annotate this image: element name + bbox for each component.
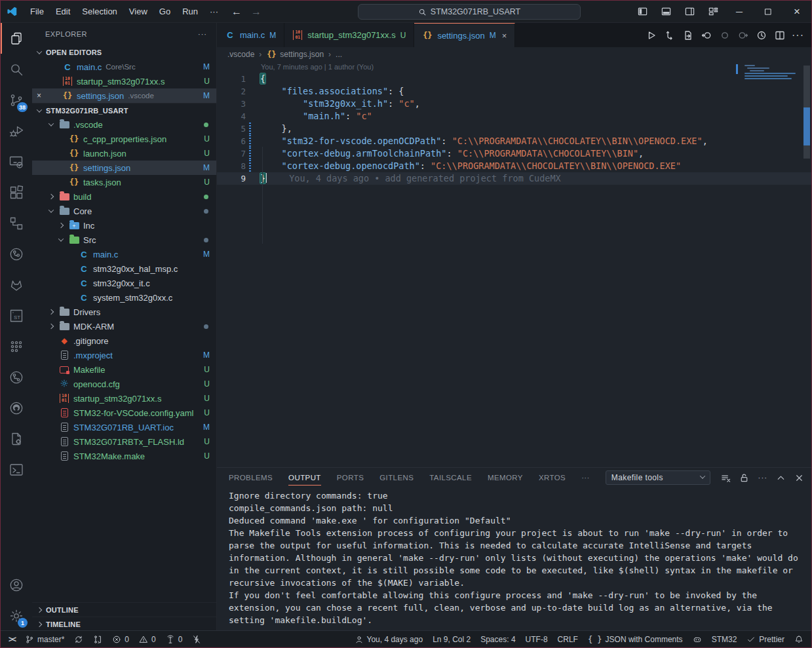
tree-item-stm32g071rbtx-flash-ld[interactable]: STM32G071RBTx_FLASH.ldU (32, 434, 216, 449)
output-channel-select[interactable]: Makefile tools (606, 470, 710, 485)
open-editor-settings-json[interactable]: ×{}settings.json.vscodeM (32, 88, 216, 103)
makefile-tools-activity-icon[interactable] (1, 423, 32, 454)
close-panel-icon[interactable] (793, 470, 806, 485)
status-ports[interactable]: 0 (166, 635, 183, 644)
tree-item-startup-stm32g071xx-s[interactable]: 1001startup_stm32g071xx.sU (32, 391, 216, 406)
remote-explorer-activity-icon[interactable] (1, 146, 32, 177)
search-activity-icon[interactable] (1, 54, 32, 85)
maximize-button[interactable] (754, 1, 783, 23)
tree-item-mdk-arm[interactable]: MDK-ARM (32, 319, 216, 334)
tree-item-stm32-for-vscode-config-yaml[interactable]: STM32-for-VSCode.config.yamlU (32, 406, 216, 420)
nav-back-icon[interactable]: ← (231, 6, 242, 18)
panel-tab-gitlens[interactable]: GITLENS (379, 471, 414, 484)
nav-forward-icon[interactable]: → (251, 6, 261, 18)
breadcrumb-item-settings-json[interactable]: {}settings.json (266, 50, 324, 59)
stm32-activity-icon[interactable]: ST (1, 300, 32, 331)
clear-output-icon[interactable] (720, 470, 733, 485)
status-indentation[interactable]: Spaces: 4 (480, 635, 515, 644)
tab-settings-json[interactable]: {}settings.jsonM× (414, 23, 515, 47)
tree-item-build[interactable]: build (32, 189, 216, 204)
status-sync[interactable] (74, 635, 83, 644)
status-eol[interactable]: CRLF (558, 635, 578, 644)
close-button[interactable]: × (783, 1, 811, 23)
gitlens-activity-icon[interactable] (1, 238, 32, 269)
minimap[interactable] (739, 62, 802, 467)
panel-tab-memory[interactable]: MEMORY (488, 471, 523, 484)
tab-main-c[interactable]: Cmain.cM (217, 23, 284, 47)
menu-view[interactable]: View (123, 4, 153, 19)
tree-item-stm32g0xx-hal-msp-c[interactable]: Cstm32g0xx_hal_msp.c (32, 261, 216, 276)
tree-item-tasks-json[interactable]: {}tasks.jsonU (32, 175, 216, 189)
panel-tab-output[interactable]: OUTPUT (288, 471, 321, 484)
status-flash-off[interactable] (192, 635, 201, 644)
status-language-mode[interactable]: { }JSON with Comments (588, 635, 683, 644)
status-copilot[interactable] (693, 635, 702, 644)
tree-item-makefile[interactable]: MakefileU (32, 362, 216, 377)
close-tab-icon[interactable]: × (502, 31, 507, 41)
unlock-scroll-icon[interactable] (738, 470, 751, 485)
tree-item-launch-json[interactable]: {}launch.jsonU (32, 146, 216, 161)
code-line-6[interactable]: 6 "stm32-for-vscode.openOCDPath": "C:\\P… (217, 135, 811, 147)
extensions-activity-icon[interactable] (1, 177, 32, 208)
maximize-panel-icon[interactable] (775, 470, 788, 485)
minimize-button[interactable]: ─ (725, 1, 754, 23)
tree-item-vscode[interactable]: .vscode (32, 117, 216, 132)
tree-item-core[interactable]: Core (32, 204, 216, 218)
open-editor-startup-stm32g071xx-s[interactable]: 1001startup_stm32g071xx.sU (32, 74, 216, 88)
settings-activity-icon[interactable]: 1 (1, 600, 32, 631)
status-stm32[interactable]: STM32 (712, 635, 737, 644)
tree-item-src[interactable]: Src (32, 233, 216, 247)
github-activity-icon[interactable] (1, 392, 32, 423)
terminal-view-activity-icon[interactable] (1, 454, 32, 485)
memory-view-activity-icon[interactable] (1, 331, 32, 362)
status-errors[interactable]: 0 (112, 635, 129, 644)
explorer-more-actions-icon[interactable]: ··· (198, 30, 207, 38)
code-line-3[interactable]: 3 "stm32g0xx_it.h": "c", (217, 98, 811, 110)
status-branch[interactable]: master* (25, 635, 64, 644)
output-log[interactable]: Ignore directory commands: true compile_… (217, 487, 811, 631)
open-changes-icon[interactable] (680, 27, 696, 43)
breadcrumb-item-vscode[interactable]: .vscode (227, 50, 254, 59)
breadcrumb[interactable]: .vscode›{}settings.json›... (217, 47, 811, 62)
panel-more-actions-icon[interactable]: ··· (756, 470, 769, 485)
tree-item-c-cpp-properties-json[interactable]: {}c_cpp_properties.jsonU (32, 132, 216, 146)
panel-tab-tailscale[interactable]: TAILSCALE (429, 471, 472, 484)
editor-scrollbar[interactable] (802, 62, 811, 467)
code-line-4[interactable]: 4 "main.h": "c" (217, 110, 811, 123)
tree-item-system-stm32g0xx-c[interactable]: Csystem_stm32g0xx.c (32, 290, 216, 305)
panel-tab-ports[interactable]: PORTS (337, 471, 364, 484)
menu-[interactable]: ··· (204, 4, 224, 19)
project-section-header[interactable]: STM32G071RB_USART (32, 103, 216, 117)
outline-section-header[interactable]: OUTLINE (32, 602, 216, 617)
tree-item-stm32make-make[interactable]: STM32Make.makeU (32, 449, 216, 463)
next-change-icon[interactable] (735, 27, 751, 43)
tree-item-stm32g071rb-uart-ioc[interactable]: STM32G071RB_UART.iocM (32, 420, 216, 434)
code-line-5[interactable]: 5 }, (217, 123, 811, 135)
code-editor[interactable]: You, 7 minutes ago | 1 author (You) 1{2 … (217, 62, 811, 467)
status-blame[interactable]: You, 4 days ago (355, 635, 423, 644)
panel-tab-[interactable]: ··· (581, 471, 590, 484)
tab-startup-stm32g071xx-s[interactable]: 1001startup_stm32g071xx.sU (284, 23, 414, 47)
status-gitlens-compare[interactable] (93, 635, 102, 644)
status-cursor-position[interactable]: Ln 9, Col 2 (433, 635, 471, 644)
panel-tab-xrtos[interactable]: XRTOS (539, 471, 566, 484)
menu-selection[interactable]: Selection (76, 4, 123, 19)
prev-change-icon[interactable] (716, 27, 733, 43)
code-line-9[interactable]: 9}You, 4 days ago • add generated projec… (217, 172, 811, 185)
explorer-activity-icon[interactable] (1, 23, 32, 54)
status-remote[interactable]: >< (9, 635, 15, 644)
status-warnings[interactable]: 0 (139, 635, 156, 644)
breadcrumb-item-[interactable]: ... (336, 50, 342, 59)
tree-item-mxproject[interactable]: .mxprojectM (32, 348, 216, 362)
customize-layout-icon[interactable] (701, 1, 725, 23)
menu-run[interactable]: Run (176, 4, 204, 19)
timeline-icon[interactable] (753, 27, 769, 43)
status-bell[interactable] (794, 635, 803, 644)
code-line-2[interactable]: 2 "files.associations": { (217, 85, 811, 98)
code-line-1[interactable]: 1{ (217, 73, 811, 85)
close-editor-icon[interactable]: × (37, 91, 41, 100)
open-editors-header[interactable]: OPEN EDITORS (32, 45, 216, 60)
tree-item-inc[interactable]: +Inc (32, 218, 216, 233)
run-menu-icon[interactable] (661, 27, 678, 43)
code-line-7[interactable]: 7 "cortex-debug.armToolchainPath": "C:\\… (217, 147, 811, 160)
